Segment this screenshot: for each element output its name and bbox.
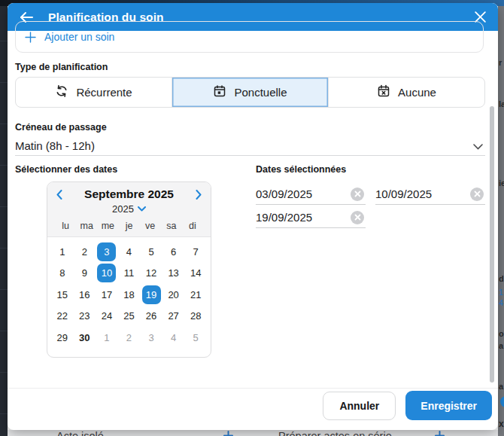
calendar-day-number: 3 [97, 242, 116, 261]
plus-icon [25, 32, 36, 43]
calendar-day-number: 10 [97, 264, 116, 282]
previous-month-button[interactable] [55, 188, 64, 201]
calendar-day[interactable]: 17 [96, 284, 118, 306]
weekday-label: je [118, 221, 139, 231]
calendar-day[interactable]: 20 [162, 284, 185, 306]
calendar-day[interactable]: 3 [140, 327, 162, 349]
remove-date-button[interactable] [470, 188, 484, 201]
background-blue-button-fragment [500, 396, 504, 407]
planification-modal: Planification du soin Ajouter un soin Ty… [8, 3, 498, 430]
selected-date-value: 19/09/2025 [256, 211, 312, 224]
segment-aucune[interactable]: Aucune [328, 78, 484, 107]
year-value: 2025 [112, 203, 134, 215]
calendar-day[interactable]: 25 [118, 306, 141, 328]
background-text-fragment: a [499, 342, 503, 350]
calendar-day[interactable]: 27 [162, 306, 185, 328]
x-icon [354, 214, 361, 221]
planning-type-label: Type de planification [15, 62, 108, 72]
next-month-button[interactable] [194, 188, 203, 201]
calendar-day[interactable]: 4 [118, 241, 141, 263]
calendar-day[interactable]: 18 [118, 284, 141, 306]
segment-recurrente[interactable]: Récurrente [16, 78, 172, 107]
calendar-day[interactable]: 24 [96, 306, 118, 328]
segment-label: Aucune [398, 86, 436, 99]
chevron-down-icon [138, 206, 146, 212]
calendar-day-number: 2 [75, 242, 94, 261]
selected-date-value: 10/09/2025 [375, 188, 432, 200]
chevron-right-icon [196, 190, 202, 200]
selected-dates-list: 03/09/202510/09/202519/09/2025 [256, 184, 485, 228]
weekday-label: ve [140, 221, 161, 231]
screen: x rlaied14oaa Acte isolé Préparer actes … [0, 0, 504, 436]
save-button[interactable]: Enregistrer [405, 391, 492, 420]
calendar-day[interactable]: 1 [96, 327, 118, 349]
remove-date-button[interactable] [351, 188, 364, 201]
calendar-day-number: 20 [164, 285, 183, 304]
footer-divider [8, 388, 498, 389]
calendar-day[interactable]: 11 [118, 263, 141, 285]
calendar-day-number: 21 [187, 285, 205, 304]
selected-date: 19/09/2025 [256, 207, 366, 228]
add-care-button[interactable]: Ajouter un soin [25, 31, 114, 43]
calendar-day[interactable]: 16 [74, 284, 96, 306]
calendar-day-number: 25 [120, 306, 138, 325]
segment-label: Récurrente [76, 86, 132, 99]
calendar-day[interactable]: 4 [162, 327, 185, 349]
time-slot-select[interactable]: Matin (8h - 12h) [15, 136, 485, 156]
calendar-day-number: 11 [120, 264, 138, 282]
segment-ponctuelle[interactable]: Ponctuelle [172, 78, 328, 107]
calendar-day[interactable]: 2 [118, 327, 141, 349]
calendar-grid: 1234567891011121314151617181920212223242… [47, 237, 211, 353]
calendar-day[interactable]: 7 [184, 241, 207, 263]
calendar-day[interactable]: 6 [162, 241, 185, 263]
calendar-x-icon [377, 84, 390, 100]
calendar-day[interactable]: 3 [96, 241, 118, 263]
background-page-bottom: Acte isolé Préparer actes en série [8, 430, 498, 436]
background-close-fragment: x [499, 419, 504, 429]
calendar-day-number: 2 [120, 328, 138, 347]
background-text-fragment: 4 [499, 299, 503, 307]
calendar-day[interactable]: 12 [140, 263, 162, 285]
calendar-day[interactable]: 19 [140, 284, 162, 306]
calendar-day[interactable]: 13 [162, 263, 185, 285]
calendar-day[interactable]: 21 [184, 284, 207, 306]
modal-scrollbar[interactable] [490, 106, 494, 383]
calendar-day-number: 22 [53, 306, 71, 325]
cancel-button[interactable]: Annuler [323, 392, 396, 420]
calendar-day[interactable]: 8 [51, 263, 74, 285]
year-selector[interactable]: 2025 [55, 203, 203, 215]
calendar-day-number: 23 [75, 306, 94, 325]
calendar-day[interactable]: 2 [74, 241, 96, 263]
calendar-day[interactable]: 9 [74, 263, 96, 285]
calendar-day-number: 14 [187, 264, 205, 282]
background-text-fragment: la [499, 100, 504, 108]
calendar-day[interactable]: 14 [184, 263, 207, 285]
calendar-day-number: 18 [120, 285, 138, 304]
calendar-day[interactable]: 15 [51, 284, 74, 306]
calendar-day[interactable]: 10 [96, 263, 118, 285]
calendar-day[interactable]: 29 [51, 327, 74, 349]
calendar-day-number: 24 [97, 306, 116, 325]
calendar-day[interactable]: 26 [140, 306, 162, 328]
calendar-header: Septembre 2025 2025 lumamejevesadi [47, 182, 211, 237]
plus-icon [223, 430, 233, 436]
calendar-day-number: 30 [75, 328, 94, 347]
calendar-day[interactable]: 5 [184, 327, 207, 349]
calendar-day[interactable]: 28 [184, 306, 207, 328]
background-text-fragment: o [499, 330, 504, 338]
calendar-day[interactable]: 23 [74, 306, 96, 328]
date-picker-calendar: Septembre 2025 2025 lumamejevesadi 12345… [47, 181, 211, 358]
calendar-day-number: 3 [142, 328, 161, 347]
selected-dates-label: Dates sélectionnées [256, 164, 346, 175]
segment-label: Ponctuelle [234, 86, 287, 99]
calendar-day-number: 27 [164, 306, 183, 325]
weekday-label: me [97, 221, 118, 231]
weekday-label: di [182, 221, 203, 231]
calendar-day[interactable]: 22 [51, 306, 74, 328]
calendar-day[interactable]: 30 [74, 327, 96, 349]
calendar-day[interactable]: 1 [51, 241, 74, 263]
plus-icon [435, 430, 445, 436]
calendar-day-number: 5 [142, 242, 161, 261]
calendar-day[interactable]: 5 [140, 241, 162, 263]
remove-date-button[interactable] [351, 211, 364, 224]
